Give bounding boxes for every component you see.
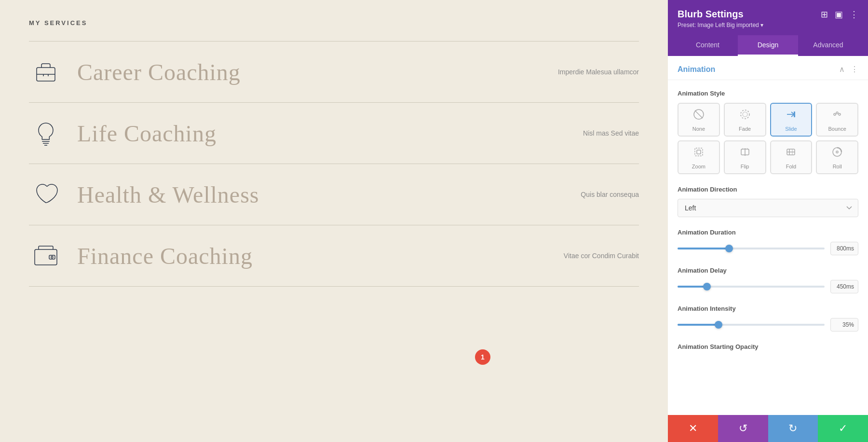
- panel-footer: ✕ ↺ ↻ ✓: [668, 415, 868, 442]
- svg-point-13: [743, 112, 747, 117]
- anim-none-icon: [693, 109, 705, 123]
- anim-fold-label: Fold: [786, 164, 796, 169]
- redo-button[interactable]: ↻: [768, 415, 818, 442]
- anim-fade-icon: [739, 109, 751, 123]
- animation-intensity-value[interactable]: [830, 318, 858, 332]
- service-item-career: Career Coaching Imperdie Malesua ullamco…: [29, 41, 639, 103]
- anim-bounce-icon: [831, 109, 843, 123]
- animation-intensity-label: Animation Intensity: [678, 305, 858, 312]
- panel-header: Blurb Settings ⊞ ▣ ⋮ Preset: Image Left …: [668, 0, 868, 56]
- heart-svg: [32, 180, 60, 208]
- panel-icon-layout[interactable]: ▣: [835, 9, 843, 20]
- anim-flip[interactable]: Flip: [724, 140, 766, 174]
- anim-flip-label: Flip: [741, 164, 749, 169]
- panel-tabs: Content Design Advanced: [678, 35, 858, 56]
- anim-fold[interactable]: Fold: [770, 140, 813, 174]
- service-item-finance: Finance Coaching Vitae cor Condim Curabi…: [29, 225, 639, 287]
- animation-style-grid: None Fade: [678, 103, 858, 174]
- anim-zoom-icon: [693, 146, 705, 161]
- section-collapse-icon[interactable]: ∧: [839, 65, 845, 74]
- anim-fade[interactable]: Fade: [724, 103, 766, 137]
- animation-duration-row: [678, 242, 858, 255]
- animation-section-header: Animation ∧ ⋮: [668, 56, 868, 80]
- animation-direction-select[interactable]: Left Right Top Bottom: [678, 199, 858, 217]
- life-icon: [29, 116, 63, 150]
- animation-delay-label: Animation Delay: [678, 267, 858, 274]
- main-content: MY SERVICES Career Coaching Imperdie Mal…: [0, 0, 668, 442]
- tab-advanced[interactable]: Advanced: [798, 35, 858, 56]
- panel-header-top: Blurb Settings ⊞ ▣ ⋮: [678, 9, 858, 20]
- undo-button[interactable]: ↺: [718, 415, 768, 442]
- service-list: Career Coaching Imperdie Malesua ullamco…: [29, 41, 639, 287]
- svg-point-16: [834, 113, 836, 115]
- anim-bounce-label: Bounce: [828, 126, 846, 132]
- svg-rect-15: [794, 111, 795, 117]
- service-item-life: Life Coaching Nisl mas Sed vitae: [29, 103, 639, 164]
- svg-rect-19: [695, 148, 703, 156]
- animation-style-label: Animation Style: [678, 90, 858, 97]
- notification-badge: 1: [475, 349, 490, 365]
- health-desc: Quis blar consequa: [581, 191, 639, 198]
- animation-delay-value[interactable]: [830, 280, 858, 293]
- anim-slide-icon: [785, 109, 797, 123]
- panel-icon-responsive[interactable]: ⊞: [821, 9, 828, 20]
- animation-intensity-row: [678, 318, 858, 332]
- svg-point-26: [836, 151, 838, 153]
- settings-panel: Blurb Settings ⊞ ▣ ⋮ Preset: Image Left …: [668, 0, 868, 442]
- anim-bounce[interactable]: Bounce: [816, 103, 858, 137]
- animation-starting-opacity-label: Animation Starting Opacity: [678, 343, 858, 350]
- anim-roll-icon: [831, 146, 843, 161]
- career-desc: Imperdie Malesua ullamcor: [558, 68, 639, 76]
- section-title: MY SERVICES: [29, 19, 639, 27]
- anim-slide-label: Slide: [785, 126, 797, 132]
- save-button[interactable]: ✓: [818, 415, 868, 442]
- animation-delay-row: [678, 280, 858, 293]
- svg-rect-20: [697, 150, 701, 154]
- wallet-svg: [32, 242, 60, 270]
- svg-rect-8: [49, 255, 55, 259]
- anim-zoom-label: Zoom: [692, 164, 705, 169]
- animation-delay-slider[interactable]: [678, 282, 825, 291]
- anim-roll-label: Roll: [833, 164, 842, 169]
- animation-duration-slider[interactable]: [678, 244, 825, 253]
- health-wellness-label: Health & Wellness: [77, 181, 259, 208]
- anim-fold-icon: [785, 146, 797, 161]
- finance-icon: [29, 239, 63, 273]
- svg-line-11: [695, 110, 703, 118]
- anim-flip-icon: [739, 146, 751, 161]
- life-coaching-label: Life Coaching: [77, 120, 217, 147]
- panel-header-icons: ⊞ ▣ ⋮: [821, 9, 858, 20]
- anim-roll[interactable]: Roll: [816, 140, 858, 174]
- panel-icon-more[interactable]: ⋮: [850, 9, 858, 20]
- cancel-button[interactable]: ✕: [668, 415, 718, 442]
- career-icon: [29, 55, 63, 89]
- section-more-icon[interactable]: ⋮: [851, 65, 858, 74]
- svg-rect-7: [35, 249, 57, 265]
- animation-direction-label: Animation Direction: [678, 186, 858, 193]
- briefcase-svg: [32, 58, 60, 86]
- tab-design[interactable]: Design: [738, 35, 798, 56]
- svg-point-9: [51, 256, 53, 258]
- anim-fade-label: Fade: [739, 126, 751, 132]
- finance-desc: Vitae cor Condim Curabit: [564, 252, 639, 260]
- tab-content[interactable]: Content: [678, 35, 738, 56]
- animation-section-title: Animation: [678, 65, 715, 74]
- lightbulb-svg: [32, 119, 60, 147]
- panel-preset[interactable]: Preset: Image Left Big imported ▾: [678, 22, 858, 28]
- anim-none[interactable]: None: [678, 103, 720, 137]
- settings-content: Animation Style None: [668, 80, 868, 366]
- career-coaching-label: Career Coaching: [77, 59, 241, 85]
- animation-duration-value[interactable]: [830, 242, 858, 255]
- life-desc: Nisl mas Sed vitae: [583, 129, 639, 137]
- anim-zoom[interactable]: Zoom: [678, 140, 720, 174]
- svg-point-12: [741, 110, 749, 119]
- health-icon: [29, 178, 63, 211]
- animation-intensity-slider[interactable]: [678, 320, 825, 330]
- panel-title: Blurb Settings: [678, 9, 744, 20]
- service-item-health: Health & Wellness Quis blar consequa: [29, 164, 639, 225]
- panel-body: Animation ∧ ⋮ Animation Style No: [668, 56, 868, 415]
- anim-slide[interactable]: Slide: [770, 103, 813, 137]
- section-header-icons: ∧ ⋮: [839, 65, 858, 74]
- animation-duration-label: Animation Duration: [678, 229, 858, 236]
- anim-none-label: None: [692, 126, 705, 132]
